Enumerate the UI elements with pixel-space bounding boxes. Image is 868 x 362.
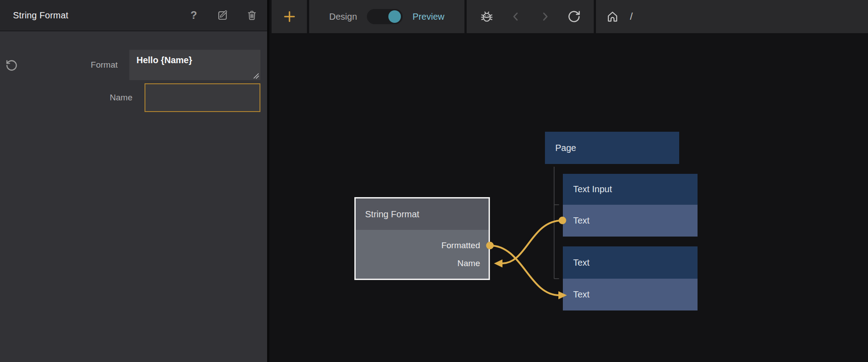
design-preview-toggle[interactable] — [367, 9, 403, 24]
navigation-section — [467, 0, 594, 33]
hierarchy-connector-line — [554, 167, 559, 279]
node-string-format-body: Formatted Name — [356, 230, 489, 279]
format-input[interactable]: Hello {Name} — [129, 50, 260, 80]
text-port-label: Text — [573, 215, 590, 226]
node-page[interactable]: Page — [545, 132, 679, 164]
bug-icon — [480, 10, 494, 23]
node-text-input-text-port[interactable]: Text — [563, 205, 698, 237]
format-input-box: Hello {Name} — [129, 50, 260, 80]
node-text[interactable]: Text Text — [563, 246, 698, 310]
properties-sidebar: String Format ? — [0, 0, 269, 362]
forward-button[interactable] — [538, 10, 552, 23]
mode-switch-section: Design Preview — [309, 0, 464, 33]
chevron-left-icon — [510, 11, 522, 22]
name-input[interactable] — [145, 83, 260, 112]
breadcrumb-path: / — [630, 11, 633, 22]
chevron-right-icon — [539, 11, 551, 22]
help-icon: ? — [191, 10, 197, 21]
node-string-format-title: String Format — [365, 209, 419, 220]
reset-button[interactable] — [5, 59, 18, 72]
preview-mode-label[interactable]: Preview — [413, 12, 444, 22]
help-button[interactable]: ? — [188, 9, 200, 21]
debug-button[interactable] — [480, 10, 494, 23]
plus-icon — [283, 10, 296, 23]
refresh-button[interactable] — [567, 10, 581, 23]
node-text-text-port[interactable]: Text — [563, 279, 698, 310]
edit-icon — [217, 9, 229, 21]
node-text-input-header[interactable]: Text Input — [563, 174, 698, 205]
reset-icon — [5, 59, 18, 72]
edit-button[interactable] — [217, 9, 229, 21]
format-label: Format — [91, 60, 118, 70]
sidebar-header: String Format ? — [0, 0, 267, 31]
back-button[interactable] — [509, 10, 523, 23]
node-string-format-selected[interactable]: String Format Formatted Name — [354, 197, 490, 280]
wire-arrowhead-name-port — [494, 259, 502, 267]
formatted-output-port[interactable]: Formatted — [441, 240, 480, 251]
add-node-button[interactable] — [272, 0, 307, 33]
node-text-title: Text — [573, 258, 590, 268]
node-page-title: Page — [555, 143, 576, 153]
design-mode-label[interactable]: Design — [329, 12, 357, 22]
node-string-format-header[interactable]: String Format — [356, 198, 489, 230]
node-text-input-title: Text Input — [573, 184, 612, 194]
name-label: Name — [110, 92, 132, 103]
node-text-header[interactable]: Text — [563, 246, 698, 279]
app-root: String Format ? — [0, 0, 868, 362]
node-text-input[interactable]: Text Input Text — [563, 174, 698, 237]
home-button[interactable] — [606, 10, 619, 23]
node-title: String Format — [13, 10, 68, 21]
wire-formatted-to-text — [490, 246, 559, 295]
toggle-knob — [388, 10, 401, 23]
delete-button[interactable] — [246, 9, 258, 21]
sidebar-header-actions: ? — [188, 9, 258, 21]
name-input-port[interactable]: Name — [457, 258, 480, 269]
wire-textinput-to-name — [502, 220, 562, 263]
breadcrumb-section: / — [596, 0, 868, 33]
text-port-label: Text — [573, 289, 590, 300]
refresh-icon — [567, 10, 581, 23]
trash-icon — [246, 9, 258, 21]
home-icon — [606, 10, 619, 23]
